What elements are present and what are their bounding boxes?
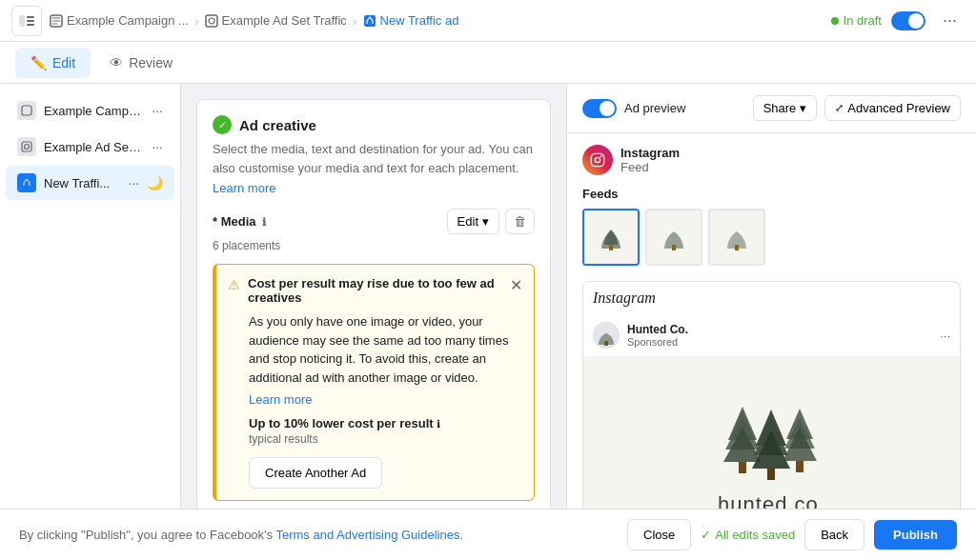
thumb-3[interactable] [708, 209, 765, 266]
ad-creative-title: Ad creative [239, 117, 316, 133]
edit-icon: ✏️ [30, 55, 47, 70]
svg-rect-14 [591, 153, 603, 166]
sidebar-item-ad[interactable]: New Traffi... ··· 🌙 [6, 166, 174, 200]
svg-rect-9 [22, 142, 31, 151]
preview-header: Ad preview Share ▾ ⤢ Advanced Preview [567, 84, 976, 133]
warning-header: ⚠ Cost per result may rise due to too fe… [228, 276, 522, 305]
action-tabs: ✏️ Edit 👁 Review [0, 42, 976, 84]
cost-benefit: Up to 10% lower cost per result ℹ typica… [249, 416, 522, 446]
warning-box: ⚠ Cost per result may rise due to too fe… [213, 264, 535, 501]
placement-info: Instagram Feed [620, 146, 680, 174]
edit-tab[interactable]: ✏️ Edit [15, 48, 91, 78]
sidebar-more-icon-2[interactable]: ··· [128, 175, 139, 190]
svg-rect-8 [22, 106, 31, 115]
sidebar: Example Campaign ... ··· Example Ad Set … [0, 84, 181, 509]
breadcrumb-adset[interactable]: Example Ad Set Traffic [205, 13, 347, 28]
draft-toggle[interactable] [891, 11, 925, 30]
preview-content: Instagram Feed Feeds [567, 133, 976, 509]
feeds-section-title: Feeds [582, 187, 961, 201]
sidebar-more-icon-1[interactable]: ··· [152, 139, 163, 154]
adset-icon [205, 14, 218, 28]
media-header: * Media ℹ Edit ▾ 🗑 [213, 209, 535, 234]
breadcrumb-sep-1: › [194, 13, 199, 29]
close-button[interactable]: Close [627, 519, 691, 550]
breadcrumb-campaign[interactable]: Example Campaign ... [50, 13, 189, 28]
media-delete-button[interactable]: 🗑 [505, 209, 535, 234]
thumb-1[interactable] [582, 209, 640, 266]
preview-placement-header: Instagram Feed [582, 145, 961, 175]
main-content: Example Campaign ... ··· Example Ad Set … [0, 84, 976, 509]
campaign-icon [50, 14, 63, 28]
share-button[interactable]: Share ▾ [753, 95, 818, 121]
learn-more-link[interactable]: Learn more [213, 181, 275, 195]
svg-rect-2 [27, 20, 34, 22]
ig-avatar [593, 322, 620, 349]
preview-actions: Share ▾ ⤢ Advanced Preview [753, 95, 961, 121]
terms-link[interactable]: Terms and Advertising Guidelines. [275, 528, 463, 542]
ig-image: hunted co. Sustainable Adventure Awaits [583, 356, 960, 509]
ad-item-icon [17, 173, 36, 192]
svg-rect-20 [672, 245, 676, 250]
typical-results: typical results [249, 432, 522, 446]
warning-title: Cost per result may rise due to too few … [248, 276, 502, 305]
media-edit-button[interactable]: Edit ▾ [447, 209, 499, 234]
sidebar-extra-icon: 🌙 [147, 175, 163, 190]
ig-username: Hunted Co. [627, 323, 932, 336]
ig-post-header: Hunted Co. Sponsored ··· [583, 314, 960, 356]
instagram-icon [582, 145, 613, 175]
sidebar-more-icon-0[interactable]: ··· [152, 103, 163, 118]
media-info-icon: ℹ [262, 216, 266, 228]
instagram-logo: Instagram [593, 290, 656, 307]
svg-rect-1 [27, 16, 34, 18]
adset-item-icon [17, 137, 36, 156]
ig-header: Instagram [583, 282, 960, 314]
instagram-preview: Instagram Hunted Co. Sponsored [582, 281, 961, 509]
ad-creative-desc: Select the media, text and destination f… [213, 140, 535, 177]
svg-rect-5 [206, 15, 217, 27]
bottom-bar-text: By clicking "Publish", you agree to Face… [19, 528, 620, 542]
placement-type: Feed [620, 160, 680, 174]
preview-switch[interactable] [582, 99, 617, 118]
media-label: * Media ℹ [213, 214, 266, 229]
sidebar-item-adset[interactable]: Example Ad Set Tr... ··· [6, 130, 174, 164]
expand-icon: ⤢ [835, 102, 844, 114]
svg-point-6 [209, 18, 214, 24]
sidebar-item-campaign[interactable]: Example Campaign ... ··· [6, 93, 174, 128]
thumb-2[interactable] [645, 209, 702, 266]
right-panel: Ad preview Share ▾ ⤢ Advanced Preview [566, 84, 976, 509]
feeds-section: Feeds [582, 187, 961, 266]
preview-toggle: Ad preview [582, 99, 685, 118]
back-button[interactable]: Back [804, 519, 864, 550]
advanced-preview-button[interactable]: ⤢ Advanced Preview [824, 95, 961, 121]
svg-rect-22 [735, 245, 739, 250]
review-tab[interactable]: 👁 Review [94, 48, 188, 78]
media-section: * Media ℹ Edit ▾ 🗑 [213, 209, 535, 252]
status-badge: In draft [831, 13, 882, 28]
left-panel: ✓ Ad creative Select the media, text and… [181, 84, 566, 509]
preview-label: Ad preview [624, 101, 685, 115]
saved-indicator: ✓ All edits saved [701, 528, 795, 542]
breadcrumb-ad[interactable]: New Traffic ad [363, 13, 459, 28]
ad-creative-card: ✓ Ad creative Select the media, text and… [196, 99, 551, 509]
review-icon: 👁 [110, 55, 123, 70]
tree-svg [714, 397, 828, 492]
placement-thumbs [582, 209, 961, 266]
share-chevron-icon: ▾ [800, 101, 806, 115]
ig-sponsored: Sponsored [627, 336, 932, 348]
breadcrumb-sep-2: › [353, 13, 357, 29]
warning-learn-more-link[interactable]: Learn more [249, 392, 522, 407]
close-warning-button[interactable]: ✕ [510, 276, 522, 294]
publish-button[interactable]: Publish [874, 520, 957, 550]
warning-body: As you only have one image or video, you… [249, 312, 522, 387]
ig-more-icon[interactable]: ··· [940, 329, 950, 343]
bottom-bar: By clicking "Publish", you agree to Face… [0, 509, 976, 560]
more-options-button[interactable]: ··· [935, 7, 965, 34]
create-another-ad-button[interactable]: Create Another Ad [249, 457, 382, 489]
svg-rect-0 [19, 15, 25, 27]
svg-rect-36 [796, 461, 803, 472]
top-nav-right: In draft ··· [831, 7, 965, 34]
ad-icon [363, 14, 376, 28]
status-dot [831, 17, 839, 25]
sidebar-toggle[interactable] [11, 6, 42, 36]
placements-count: 6 placements [213, 239, 280, 252]
